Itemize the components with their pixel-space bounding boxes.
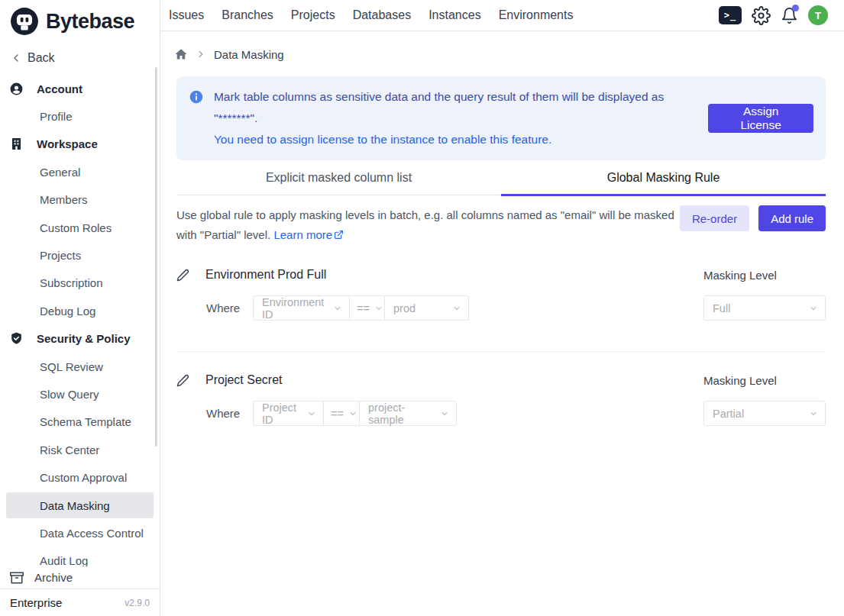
user-circle-icon bbox=[9, 82, 24, 96]
sidebar-item-data-masking[interactable]: Data Masking bbox=[6, 492, 154, 518]
license-banner: Mark table columns as sensitive data and… bbox=[176, 76, 826, 160]
masking-level-select[interactable]: Partial bbox=[703, 401, 826, 426]
rule-title: Project Secret bbox=[205, 373, 282, 387]
tab-global-masking-rule[interactable]: Global Masking Rule bbox=[501, 171, 826, 195]
assign-license-button[interactable]: Assign License bbox=[708, 104, 813, 133]
back-label: Back bbox=[27, 51, 55, 65]
masking-rule-card-1: Environment Prod Full Where Environment … bbox=[176, 266, 826, 321]
sidebar-item-data-access-control[interactable]: Data Access Control bbox=[0, 519, 160, 547]
rule-2-right: Masking Level Partial bbox=[703, 372, 826, 426]
sidebar-item-schema-template[interactable]: Schema Template bbox=[0, 408, 160, 436]
rule-2-left: Project Secret Where Project ID == proje… bbox=[176, 372, 703, 426]
masking-rule-card-2: Project Secret Where Project ID == proje… bbox=[176, 372, 826, 426]
chevron-down-icon bbox=[348, 409, 357, 418]
bytebase-app: Bytebase Back Account Profile Workspace bbox=[0, 0, 844, 616]
building-icon bbox=[9, 137, 24, 151]
sidebar-section-account: Account bbox=[0, 75, 160, 102]
rule-list-header: Use global rule to apply masking levels … bbox=[176, 205, 826, 245]
banner-line2: You need to assign license to the instan… bbox=[214, 129, 708, 150]
masking-level-label: Masking Level bbox=[703, 372, 826, 389]
chevron-down-icon bbox=[307, 409, 316, 418]
rule-1-right: Masking Level Full bbox=[703, 266, 826, 321]
masking-level-label: Masking Level bbox=[703, 266, 826, 283]
rule-title: Environment Prod Full bbox=[205, 268, 326, 282]
breadcrumb-current: Data Masking bbox=[214, 48, 284, 61]
sidebar-item-profile[interactable]: Profile bbox=[0, 102, 160, 130]
nav-instances[interactable]: Instances bbox=[428, 8, 480, 22]
banner-text: Mark table columns as sensitive data and… bbox=[214, 86, 708, 150]
sidebar-item-archive[interactable]: Archive bbox=[0, 566, 160, 589]
reorder-button[interactable]: Re-order bbox=[680, 205, 749, 231]
nav-environments[interactable]: Environments bbox=[499, 8, 574, 22]
sidebar-item-sql-review[interactable]: SQL Review bbox=[0, 353, 160, 380]
where-label: Where bbox=[206, 302, 253, 314]
edit-rule-icon[interactable] bbox=[176, 374, 189, 387]
home-icon[interactable] bbox=[174, 47, 188, 61]
rule-list-actions: Re-order Add rule bbox=[680, 205, 826, 231]
value-select[interactable]: project-sample bbox=[359, 401, 457, 426]
sidebar-item-slow-query[interactable]: Slow Query bbox=[0, 380, 160, 408]
main-content: Issues Branches Projects Databases Insta… bbox=[160, 0, 844, 616]
chevron-down-icon bbox=[440, 409, 449, 418]
chevron-down-icon bbox=[452, 304, 461, 313]
learn-more-link[interactable]: Learn more bbox=[273, 228, 344, 241]
chevron-right-icon bbox=[196, 49, 206, 60]
sidebar-section-workspace: Workspace bbox=[0, 131, 160, 158]
info-icon bbox=[189, 89, 204, 105]
sidebar-item-custom-approval[interactable]: Custom Approval bbox=[0, 463, 160, 491]
bytebase-logo[interactable]: Bytebase bbox=[0, 0, 160, 36]
shield-check-icon bbox=[9, 331, 24, 346]
where-label: Where bbox=[206, 407, 253, 420]
rule-condition: Environment ID == prod bbox=[253, 295, 469, 321]
chevron-down-icon bbox=[374, 304, 383, 313]
settings-gear-icon[interactable] bbox=[752, 6, 771, 25]
masking-level-select[interactable]: Full bbox=[703, 295, 826, 321]
sidebar-section-security-policy: Security & Policy bbox=[0, 325, 160, 353]
tab-explicit-masked-column-list[interactable]: Explicit masked column list bbox=[176, 171, 501, 195]
plan-label: Enterprise bbox=[10, 596, 62, 609]
chevron-down-icon bbox=[809, 409, 818, 418]
settings-sidebar: Bytebase Back Account Profile Workspace bbox=[0, 0, 160, 616]
chevron-down-icon bbox=[809, 304, 818, 313]
nav-issues[interactable]: Issues bbox=[169, 8, 204, 22]
chevron-down-icon bbox=[333, 304, 342, 313]
sidebar-item-subscription[interactable]: Subscription bbox=[0, 269, 160, 297]
sidebar-item-projects[interactable]: Projects bbox=[0, 241, 160, 269]
banner-line1: Mark table columns as sensitive data and… bbox=[214, 86, 708, 129]
top-navbar: Issues Branches Projects Databases Insta… bbox=[160, 0, 844, 31]
archive-icon bbox=[10, 571, 24, 585]
nav-branches[interactable]: Branches bbox=[222, 8, 273, 22]
sidebar-item-risk-center[interactable]: Risk Center bbox=[0, 436, 160, 463]
rule-divider bbox=[176, 351, 826, 352]
nav-databases[interactable]: Databases bbox=[353, 8, 412, 22]
value-select[interactable]: prod bbox=[384, 295, 469, 321]
notification-bell-icon[interactable] bbox=[781, 7, 798, 24]
rule-1-left: Environment Prod Full Where Environment … bbox=[176, 266, 703, 321]
edit-rule-icon[interactable] bbox=[176, 269, 189, 282]
sidebar-item-debug-log[interactable]: Debug Log bbox=[0, 297, 160, 324]
avatar[interactable]: T bbox=[808, 5, 828, 25]
rule-condition: Project ID == project-sample bbox=[253, 401, 457, 426]
sql-editor-icon[interactable]: >_ bbox=[719, 6, 742, 24]
nav-projects[interactable]: Projects bbox=[291, 8, 335, 22]
rule-list-description: Use global rule to apply masking levels … bbox=[176, 205, 680, 245]
sidebar-nav: Account Profile Workspace General Member… bbox=[0, 75, 160, 575]
sidebar-item-custom-roles[interactable]: Custom Roles bbox=[0, 214, 160, 241]
external-link-icon bbox=[334, 230, 344, 240]
archive-label: Archive bbox=[34, 571, 73, 584]
sidebar-footer: Enterprise v2.9.0 bbox=[0, 589, 160, 616]
sidebar-item-members[interactable]: Members bbox=[0, 186, 160, 214]
operator-select[interactable]: == bbox=[349, 295, 385, 321]
factor-select[interactable]: Environment ID bbox=[253, 295, 350, 321]
header-icons: >_ T bbox=[719, 5, 828, 25]
masking-tabs: Explicit masked column list Global Maski… bbox=[176, 171, 826, 195]
add-rule-button[interactable]: Add rule bbox=[758, 205, 826, 231]
factor-select[interactable]: Project ID bbox=[253, 401, 324, 426]
sidebar-scrollbar[interactable] bbox=[155, 67, 157, 447]
version-label: v2.9.0 bbox=[124, 598, 150, 608]
notification-dot bbox=[792, 5, 799, 11]
bytebase-logo-icon bbox=[10, 7, 39, 36]
sidebar-item-general[interactable]: General bbox=[0, 158, 160, 185]
back-button[interactable]: Back bbox=[0, 47, 160, 69]
operator-select[interactable]: == bbox=[323, 401, 360, 426]
